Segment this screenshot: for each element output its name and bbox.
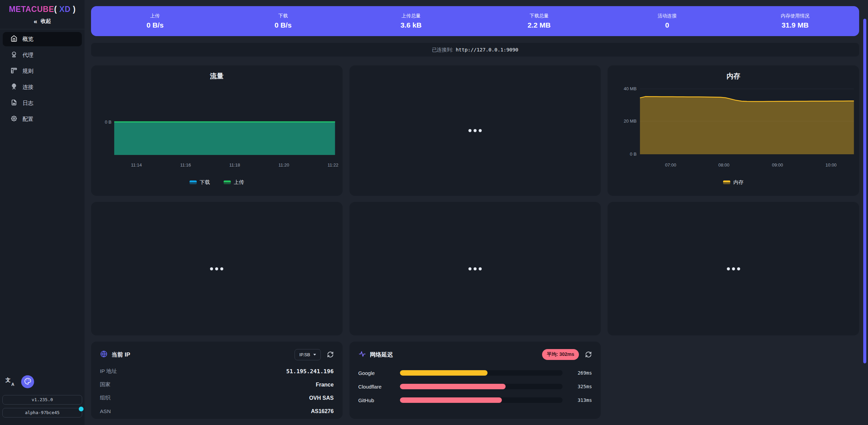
chart-title-traffic: 流量 (91, 72, 343, 81)
sidebar-footer: 文A v1.235.0 alpha-97bce45 (0, 375, 85, 425)
svg-text:11:20: 11:20 (279, 162, 289, 168)
stat-label: 下载总量 (529, 13, 549, 19)
ip-row-organization: 组织 OVH SAS (100, 391, 334, 405)
sidebar-item-label: 日志 (23, 100, 33, 107)
loading-dots (349, 202, 601, 335)
svg-text:0 B: 0 B (105, 120, 112, 125)
sidebar-item-label: 概览 (23, 36, 33, 43)
latency-label: Cloudflare (358, 384, 400, 390)
sidebar-item-proxies[interactable]: 代理 (3, 48, 82, 62)
legend-swatch (723, 180, 730, 184)
latency-bar-fill (400, 384, 506, 389)
traffic-chart-legend: 下载上传 (91, 179, 343, 186)
stat-active-connections: 活动连接 0 (603, 13, 731, 29)
svg-text:0 B: 0 B (630, 152, 637, 157)
loading-card (91, 202, 343, 335)
legend-item[interactable]: 内存 (723, 179, 744, 186)
stat-memory-usage: 内存使用情况 31.9 MB (731, 13, 859, 29)
sidebar-item-rules[interactable]: 规则 (3, 64, 82, 78)
build-label: alpha-97bce45 (25, 410, 60, 415)
sidebar-item-connections[interactable]: 连接 (3, 80, 82, 94)
svg-text:08:00: 08:00 (718, 162, 730, 168)
legend-swatch (190, 180, 197, 184)
vertical-scrollbar-thumb[interactable] (863, 19, 866, 363)
stat-value: 3.6 kB (401, 21, 422, 29)
ip-provider-select[interactable]: IP.SB (295, 349, 321, 360)
loading-card (349, 202, 601, 335)
latency-value: 269ms (569, 370, 592, 376)
svg-text:11:16: 11:16 (180, 162, 191, 168)
backend-url: http://127.0.0.1:9090 (456, 47, 518, 52)
sidebar-item-logs[interactable]: 日志 (3, 96, 82, 110)
update-indicator-dot (79, 407, 84, 411)
sidebar-item-label: 连接 (23, 84, 33, 91)
ip-row-asn: ASN AS16276 (100, 405, 334, 418)
ip-row-address: IP 地址 51.195.241.196 (100, 365, 334, 378)
svg-text:11:18: 11:18 (229, 162, 240, 168)
latency-bar-fill (400, 370, 488, 376)
stat-value: 31.9 MB (782, 21, 809, 29)
ip-refresh-button[interactable] (327, 351, 334, 358)
svg-text:09:00: 09:00 (772, 162, 783, 168)
stat-upload-speed: 上传 0 B/s (91, 13, 219, 29)
svg-text:11:22: 11:22 (328, 162, 339, 168)
sidebar-menu: 概览 代理 规则 连接 日志 配置 (0, 29, 85, 128)
stat-download-total: 下载总量 2.2 MB (475, 13, 603, 29)
logo-text-primary: METACUBE (9, 5, 54, 14)
ip-row-value: AS16276 (311, 408, 334, 414)
palette-icon (24, 378, 31, 386)
svg-text:11:14: 11:14 (131, 162, 142, 168)
legend-label: 下载 (200, 179, 210, 186)
latency-label: GitHub (358, 397, 400, 403)
ip-row-label: 组织 (100, 394, 110, 402)
ip-row-value: OVH SAS (309, 395, 334, 401)
ip-row-label: ASN (100, 408, 111, 414)
ip-provider-value: IP.SB (299, 352, 310, 357)
sidebar-item-label: 规则 (23, 68, 33, 75)
current-ip-card: 当前 IP IP.SB IP 地址 51.195.241.196 国家 Fran… (91, 342, 343, 419)
language-icon[interactable]: 文A (5, 377, 14, 386)
logo-text-accent: XD (59, 5, 71, 14)
legend-item[interactable]: 下载 (190, 179, 210, 186)
latency-row-cloudflare: Cloudflare 325ms (358, 380, 592, 393)
core-version-button[interactable]: v1.235.0 (2, 395, 82, 405)
sidebar: METACUBE( XD ) « 收起 概览 代理 规则 连接 日志 配置 (0, 0, 85, 425)
network-latency-card: 网络延迟 平均: 302ms Google 269ms Cloudflare 3… (349, 342, 601, 419)
ip-row-label: 国家 (100, 381, 110, 388)
svg-text:20 MB: 20 MB (624, 119, 637, 124)
loading-card (349, 65, 601, 196)
latency-label: Google (358, 370, 400, 376)
file-text-icon (11, 99, 17, 107)
stat-label: 上传 (150, 13, 160, 19)
proxy-globe-icon (11, 51, 17, 59)
ip-row-label: IP 地址 (100, 368, 117, 375)
theme-palette-button[interactable] (21, 375, 34, 388)
latency-average-badge: 平均: 302ms (542, 349, 579, 360)
latency-refresh-button[interactable] (585, 351, 592, 358)
app-logo: METACUBE( XD ) (9, 5, 76, 14)
sidebar-item-overview[interactable]: 概览 (3, 32, 82, 46)
stat-label: 上传总量 (402, 13, 421, 19)
loading-card (608, 202, 859, 335)
svg-text:07:00: 07:00 (665, 162, 676, 168)
chevrons-left-icon: « (34, 18, 38, 25)
stat-label: 活动连接 (658, 13, 677, 19)
empty-grid-cell (608, 342, 859, 419)
backend-status-label: 已连接到: (432, 47, 453, 53)
app-build-button[interactable]: alpha-97bce45 (2, 408, 82, 418)
svg-text:40 MB: 40 MB (624, 86, 637, 91)
ip-row-value: France (316, 382, 333, 388)
stat-value: 0 B/s (147, 21, 164, 29)
stat-label: 下载 (278, 13, 288, 19)
sidebar-item-config[interactable]: 配置 (3, 112, 82, 126)
backend-connection-bar: 已连接到: http://127.0.0.1:9090 (91, 43, 859, 57)
legend-label: 上传 (234, 179, 244, 186)
latency-card-title: 网络延迟 (370, 351, 393, 359)
ip-card-title: 当前 IP (111, 351, 130, 359)
sidebar-collapse-button[interactable]: « 收起 (34, 18, 51, 25)
sidebar-item-label: 配置 (23, 116, 33, 123)
gear-icon (11, 115, 17, 123)
legend-item[interactable]: 上传 (224, 179, 244, 186)
ip-row-value: 51.195.241.196 (286, 368, 334, 375)
memory-chart-card: 内存 07:0008:0009:0010:0040 MB20 MB0 B 内存 (608, 65, 859, 196)
